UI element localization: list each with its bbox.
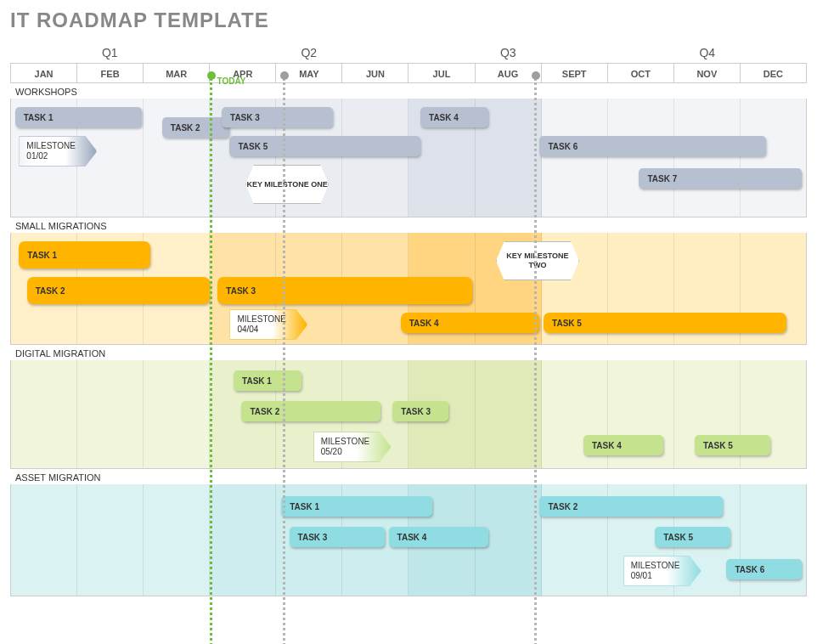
quarter-row: Q1 Q2 Q3 Q4 [10,42,807,63]
workshops-task-5[interactable]: TASK 5 [229,136,420,156]
month-nov: NOV [674,64,741,82]
section-digital-label: DIGITAL MIGRATION [10,345,807,360]
lane-small-migrations: TASK 1 TASK 2 TASK 3 TASK 4 TASK 5 MILES… [10,233,807,345]
quarter-q4: Q4 [608,42,808,63]
milestone-date: 09/01 [631,571,694,581]
milestone-label: MILESTONE [26,141,89,151]
milestone-date: 05/20 [321,447,384,457]
digital-task-2[interactable]: TASK 2 [241,401,380,421]
workshops-task-6[interactable]: TASK 6 [539,136,766,156]
key-milestone-two[interactable]: KEY MILESTONE TWO [496,241,579,280]
small-task-5[interactable]: TASK 5 [544,313,786,333]
section-small-label: SMALL MIGRATIONS [10,217,807,233]
month-sep: SEPT [542,64,608,82]
small-task-4[interactable]: TASK 4 [401,313,540,333]
asset-task-4[interactable]: TASK 4 [389,527,488,547]
asset-milestone-flag[interactable]: MILESTONE 09/01 [623,556,701,586]
month-jan: JAN [11,64,77,82]
lane-workshops: TASK 1 TASK 2 TASK 3 TASK 4 TASK 5 TASK … [10,99,807,217]
roadmap-chart: Q1 Q2 Q3 Q4 JAN FEB MAR APR MAY JUN JUL … [10,42,807,596]
month-oct: OCT [608,64,674,82]
today-line: TODAY [210,78,212,644]
marker-line-1 [283,78,285,644]
milestone-label: MILESTONE [237,314,300,325]
quarter-q2: Q2 [210,42,409,63]
lane-digital-migration: TASK 1 TASK 2 TASK 3 TASK 4 TASK 5 MILES… [10,360,807,469]
milestone-label: MILESTONE [321,437,384,447]
today-top-dot-icon [207,71,216,80]
month-header: JAN FEB MAR APR MAY JUN JUL AUG SEPT OCT… [10,63,807,83]
digital-task-5[interactable]: TASK 5 [695,435,770,455]
marker-line-2 [534,78,537,644]
month-jun: JUN [342,64,408,82]
month-dec: DEC [741,64,806,82]
small-task-2[interactable]: TASK 2 [27,277,210,304]
month-feb: FEB [77,64,144,82]
quarter-q3: Q3 [408,42,608,63]
digital-task-3[interactable]: TASK 3 [392,401,448,421]
lane-asset-migration: TASK 1 TASK 2 TASK 3 TASK 4 TASK 5 TASK … [10,484,807,596]
workshops-task-4[interactable]: TASK 4 [420,107,488,127]
section-workshops-label: WORKSHOPS [10,83,807,99]
digital-milestone-flag[interactable]: MILESTONE 05/20 [313,432,392,462]
asset-task-2[interactable]: TASK 2 [539,496,722,517]
page-title: IT ROADMAP TEMPLATE [0,0,817,36]
milestone-label: MILESTONE [631,561,694,571]
month-jul: JUL [408,64,475,82]
small-task-1[interactable]: TASK 1 [19,241,149,268]
asset-task-3[interactable]: TASK 3 [290,527,385,547]
asset-task-1[interactable]: TASK 1 [281,496,432,517]
small-milestone-flag[interactable]: MILESTONE 04/04 [229,309,307,340]
milestone-date: 04/04 [237,325,300,335]
asset-task-5[interactable]: TASK 5 [655,527,730,547]
small-task-3[interactable]: TASK 3 [217,277,472,304]
key-milestone-one[interactable]: KEY MILESTONE ONE [245,165,329,204]
workshops-task-7[interactable]: TASK 7 [639,168,802,189]
workshops-milestone-flag[interactable]: MILESTONE 01/02 [19,136,97,167]
today-label: TODAY [217,76,246,86]
marker1-top-dot-icon [280,71,289,80]
digital-task-4[interactable]: TASK 4 [583,435,663,455]
quarter-q1: Q1 [10,42,210,63]
asset-task-6[interactable]: TASK 6 [726,559,802,579]
workshops-task-2[interactable]: TASK 2 [162,117,230,138]
section-asset-label: ASSET MIGRATION [10,469,807,484]
digital-task-1[interactable]: TASK 1 [234,370,301,391]
workshops-task-1[interactable]: TASK 1 [15,107,143,127]
month-mar: MAR [144,64,210,82]
workshops-task-3[interactable]: TASK 3 [222,107,333,127]
milestone-date: 01/02 [26,151,89,161]
